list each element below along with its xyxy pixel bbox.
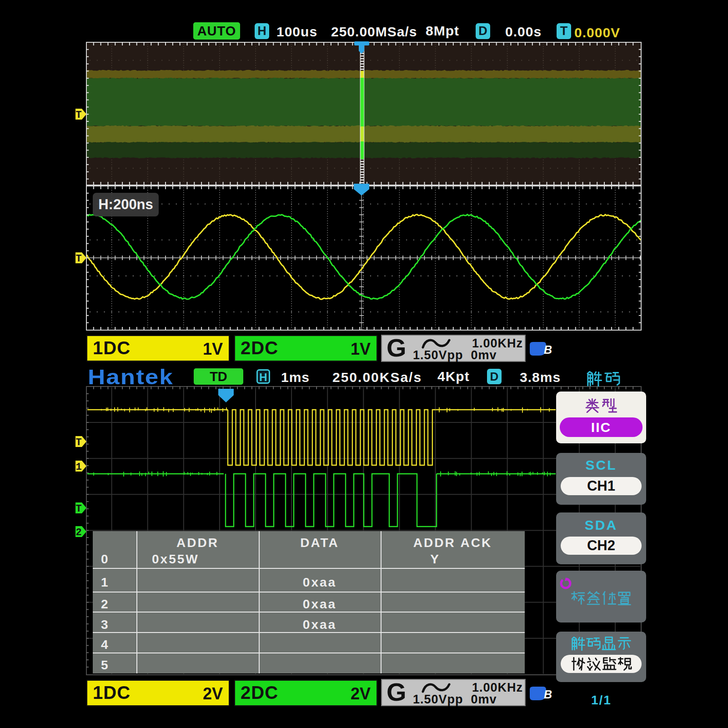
svg-text:1: 1	[75, 462, 81, 473]
svg-text:T: T	[75, 253, 81, 265]
svg-text:T: T	[75, 503, 81, 515]
svg-text:T: T	[75, 110, 81, 121]
svg-text:B: B	[544, 688, 552, 701]
svg-text:T: T	[75, 437, 81, 448]
svg-text:B: B	[544, 343, 552, 356]
svg-text:2: 2	[75, 527, 81, 538]
